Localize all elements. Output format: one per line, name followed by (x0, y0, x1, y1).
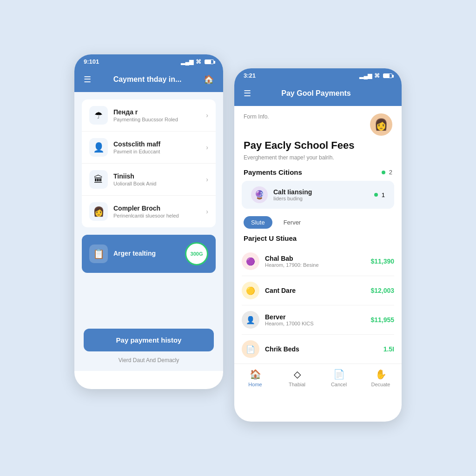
menu-title-3: Tiniish (113, 172, 206, 180)
right-battery-icon (383, 73, 392, 78)
menu-text-4: Compler Broch Perinenlcantii sluesoor he… (113, 205, 206, 218)
project-info-3: Berver Hearom, 17000 KICS (265, 313, 370, 326)
left-header-title: Cayment thday in... (113, 75, 182, 84)
card-status-dot (374, 193, 378, 197)
project-name-4: Chrik Beds (265, 345, 383, 353)
signal-icon: ▂▄▆ (181, 59, 193, 65)
project-avatar-1: 🟣 (242, 252, 259, 270)
right-time: 3:21 (244, 72, 256, 79)
menu-subtitle-3: Uoliorall Book Anid (113, 181, 206, 186)
filter-tab-ferver[interactable]: Ferver (276, 216, 309, 229)
project-detail-3: Hearom, 17000 KICS (265, 321, 370, 326)
menu-subtitle-4: Perinenlcantii sluesoor heled (113, 213, 206, 218)
menu-item-2[interactable]: 👤 Costsclith maff Pavmeit in Educcant › (82, 132, 216, 164)
menu-text-3: Tiniish Uoliorall Book Anid (113, 172, 206, 186)
right-status-bar: 3:21 ▂▄▆ ⌘ (234, 68, 402, 83)
user-avatar: 👩 (370, 113, 392, 136)
page-subtitle: Everghement ther mape! your balrih. (234, 154, 402, 168)
project-info-1: Chal Bab Hearom, 17900: Besine (265, 255, 370, 268)
left-status-icons: ▂▄▆ ⌘ (181, 59, 214, 65)
card-subtitle: Iiders buding (273, 196, 312, 201)
pay-button[interactable]: Pay payment histoy (84, 329, 214, 351)
menu-item-4[interactable]: 👩 Compler Broch Perinenlcantii sluesoor … (82, 196, 216, 227)
card-text: Calt Iiansing Iiders buding (273, 188, 312, 201)
footer-note: Vierd Daut And Demacly (84, 357, 214, 364)
menu-title-2: Costsclith maff (113, 140, 206, 148)
nav-cancel[interactable]: 📄 Cancel (325, 369, 353, 387)
left-app-header: ☰ Cayment thday in... 🏠 (74, 69, 223, 92)
menu-title-4: Compler Broch (113, 205, 206, 212)
project-name-3: Berver (265, 313, 370, 321)
right-status-icons: ▂▄▆ ⌘ (359, 73, 392, 79)
right-app-header: ☰ Pay Gool Payments (234, 83, 402, 106)
menu-subtitle-2: Pavmeit in Educcant (113, 149, 206, 154)
project-name-1: Chal Bab (265, 255, 370, 262)
right-phone: 3:21 ▂▄▆ ⌘ ☰ Pay Gool Payments Form Info… (234, 68, 402, 422)
bottom-nav: 🏠 Home ◇ Thabial 📄 Cancel ✋ Decuate (234, 364, 402, 395)
project-item-1[interactable]: 🟣 Chal Bab Hearom, 17900: Besine $11,390 (242, 247, 394, 276)
left-status-bar: 9:101 ▂▄▆ ⌘ (74, 54, 223, 69)
menu-icon-1: ☂ (89, 106, 108, 125)
project-avatar-4: 📄 (242, 340, 259, 358)
project-avatar-2: 🟡 (242, 282, 259, 299)
badge-text: Arger tealting (113, 250, 185, 258)
project-amount-2: $12,003 (370, 287, 394, 294)
nav-home[interactable]: 🏠 Home (241, 369, 269, 387)
menu-title-1: Пенда r (113, 108, 206, 116)
green-dot-icon (382, 171, 385, 174)
chevron-icon-4: › (206, 208, 208, 215)
nav-cancel-icon: 📄 (333, 369, 345, 380)
card-status-count: 1 (382, 192, 385, 198)
menu-icon-2: 👤 (89, 138, 108, 157)
project-detail-1: Hearom, 17900: Besine (265, 262, 370, 268)
project-info-4: Chrik Beds (265, 345, 383, 353)
menu-subtitle-1: Paymenting Buucssor Roled (113, 117, 206, 122)
right-header-title: Pay Gool Payments (281, 89, 350, 98)
badge-item[interactable]: 📋 Arger tealting 300G (82, 235, 216, 273)
left-content: ☂ Пенда r Paymenting Buucssor Roled › 👤 … (74, 92, 223, 371)
project-name-2: Cant Dare (265, 287, 370, 294)
form-info-label: Form Info. (244, 113, 269, 120)
menu-icon-4: 👩 (89, 202, 108, 221)
right-signal-icon: ▂▄▆ (359, 73, 372, 79)
filter-tabs: Slute Ferver (234, 214, 402, 234)
card-icon: 🔮 (251, 186, 268, 203)
filter-tab-slute[interactable]: Slute (244, 216, 272, 229)
nav-cancel-label: Cancel (331, 382, 347, 387)
project-section-header: Parject U Stiuea (234, 234, 402, 247)
hamburger-icon[interactable]: ☰ (84, 74, 91, 85)
project-amount-4: 1.5I (383, 345, 394, 353)
nav-thabial-icon: ◇ (294, 369, 301, 380)
nav-home-label: Home (248, 382, 262, 387)
right-content: Form Info. 👩 Pay Eacly School Fees Everg… (234, 106, 402, 395)
payments-section-header: Payments Citions 2 (234, 168, 402, 181)
badge-title: Arger tealting (113, 250, 185, 257)
home-icon[interactable]: 🏠 (204, 74, 214, 85)
chevron-icon-1: › (206, 112, 208, 119)
payment-card[interactable]: 🔮 Calt Iiansing Iiders buding 1 (242, 181, 394, 209)
project-item-3[interactable]: 👤 Berver Hearom, 17000 KICS $11,955 (242, 305, 394, 335)
card-status: 1 (374, 192, 385, 198)
nav-thabial[interactable]: ◇ Thabial (283, 369, 311, 387)
project-info-2: Cant Dare (265, 287, 370, 294)
menu-item-1[interactable]: ☂ Пенда r Paymenting Buucssor Roled › (82, 99, 216, 132)
nav-decuate-label: Decuate (371, 382, 390, 387)
battery-icon (205, 60, 214, 64)
project-item-4[interactable]: 📄 Chrik Beds 1.5I (242, 335, 394, 364)
menu-item-3[interactable]: 🏛 Tiniish Uoliorall Book Anid › (82, 164, 216, 196)
menu-icon-3: 🏛 (89, 170, 108, 189)
nav-decuate[interactable]: ✋ Decuate (367, 369, 395, 387)
page-title: Pay Eacly School Fees (234, 139, 402, 154)
badge-menu-icon: 📋 (89, 245, 108, 263)
card-title: Calt Iiansing (273, 188, 312, 196)
nav-thabial-label: Thabial (289, 382, 305, 387)
project-item-2[interactable]: 🟡 Cant Dare $12,003 (242, 276, 394, 305)
project-title: Parject U Stiuea (244, 234, 297, 242)
project-amount-3: $11,955 (370, 316, 394, 324)
right-hamburger-icon[interactable]: ☰ (244, 88, 251, 99)
nav-decuate-icon: ✋ (375, 369, 387, 380)
left-time: 9:101 (84, 58, 99, 65)
project-list: 🟣 Chal Bab Hearom, 17900: Besine $11,390… (234, 247, 402, 364)
project-amount-1: $11,390 (370, 258, 394, 265)
payments-title: Payments Citions (244, 168, 302, 176)
